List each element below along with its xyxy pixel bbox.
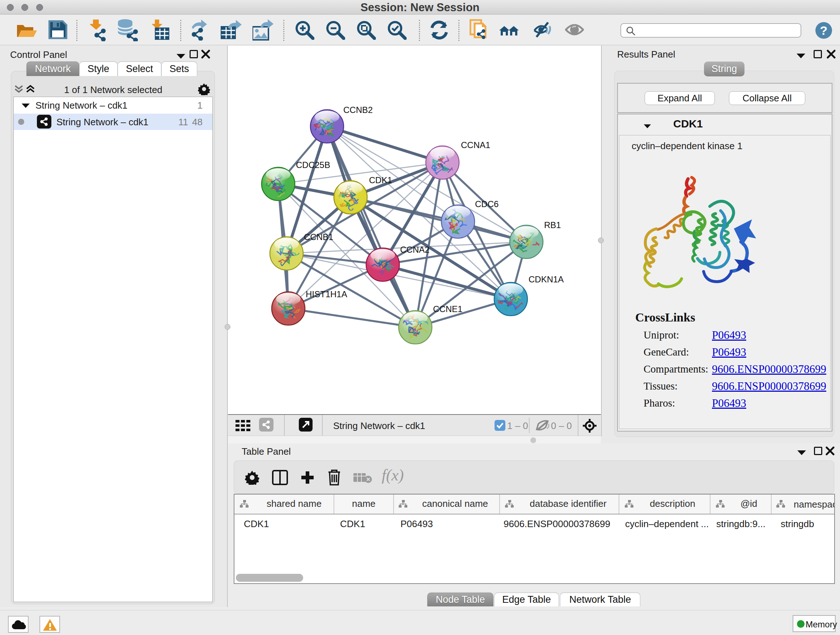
svg-text:CDKN1A: CDKN1A [529,274,564,284]
svg-text:CDC25B: CDC25B [296,160,330,170]
svg-text:HIST1H1A: HIST1H1A [306,289,347,299]
svg-text:CCNE1: CCNE1 [433,304,462,314]
svg-text:CDK1: CDK1 [369,175,392,185]
svg-text:CDC6: CDC6 [475,199,499,209]
svg-text:RB1: RB1 [544,220,561,230]
svg-text:CCNA1: CCNA1 [461,140,490,150]
svg-text:CCNB1: CCNB1 [304,232,333,242]
svg-text:CCNA2: CCNA2 [400,245,429,255]
svg-text:CCNB2: CCNB2 [343,105,373,115]
